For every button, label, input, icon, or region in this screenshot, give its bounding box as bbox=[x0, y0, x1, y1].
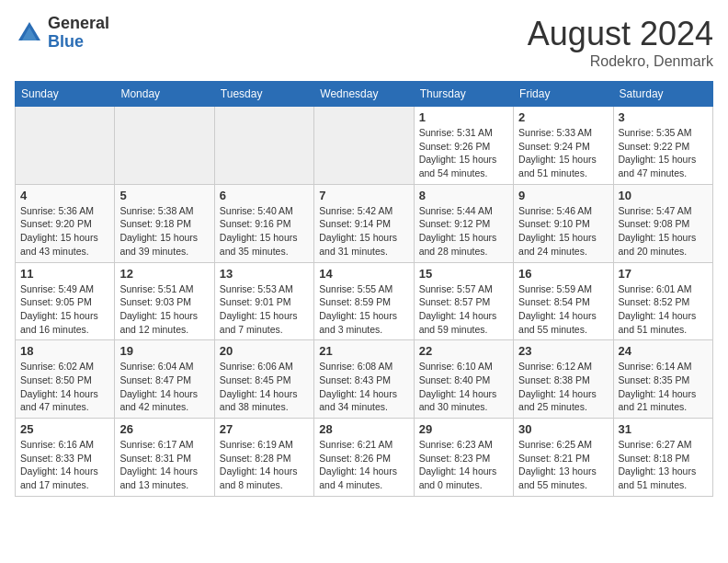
day-number: 2 bbox=[518, 110, 608, 124]
day-info: Sunrise: 5:42 AM Sunset: 9:14 PM Dayligh… bbox=[319, 204, 408, 259]
day-number: 13 bbox=[220, 267, 309, 281]
calendar-cell: 21Sunrise: 6:08 AM Sunset: 8:43 PM Dayli… bbox=[314, 340, 414, 419]
day-info: Sunrise: 6:16 AM Sunset: 8:33 PM Dayligh… bbox=[20, 438, 109, 492]
calendar-cell bbox=[115, 107, 214, 185]
logo-blue: Blue bbox=[48, 32, 84, 51]
day-number: 5 bbox=[119, 189, 209, 202]
calendar-cell: 19Sunrise: 6:04 AM Sunset: 8:47 PM Dayli… bbox=[115, 340, 214, 419]
calendar-cell: 25Sunrise: 6:16 AM Sunset: 8:33 PM Dayli… bbox=[16, 419, 115, 497]
day-info: Sunrise: 5:33 AM Sunset: 9:24 PM Dayligh… bbox=[518, 126, 608, 180]
weekday-header-row: SundayMondayTuesdayWednesdayThursdayFrid… bbox=[16, 82, 713, 107]
day-number: 31 bbox=[619, 422, 708, 436]
day-number: 27 bbox=[220, 422, 309, 436]
day-number: 12 bbox=[119, 267, 209, 281]
calendar-cell bbox=[214, 107, 313, 185]
week-row-1: 1Sunrise: 5:31 AM Sunset: 9:26 PM Daylig… bbox=[16, 107, 713, 185]
month-year: August 2024 bbox=[528, 15, 713, 53]
calendar-cell: 4Sunrise: 5:36 AM Sunset: 9:20 PM Daylig… bbox=[16, 184, 115, 262]
logo-icon bbox=[15, 18, 44, 48]
day-info: Sunrise: 6:25 AM Sunset: 8:21 PM Dayligh… bbox=[518, 438, 608, 492]
day-number: 19 bbox=[119, 344, 209, 358]
day-number: 22 bbox=[419, 344, 508, 358]
day-info: Sunrise: 5:35 AM Sunset: 9:22 PM Dayligh… bbox=[619, 126, 708, 180]
day-info: Sunrise: 6:06 AM Sunset: 8:45 PM Dayligh… bbox=[220, 360, 309, 414]
day-info: Sunrise: 6:21 AM Sunset: 8:26 PM Dayligh… bbox=[319, 438, 408, 492]
logo-general: General bbox=[48, 14, 109, 32]
calendar-cell: 29Sunrise: 6:23 AM Sunset: 8:23 PM Dayli… bbox=[414, 419, 513, 497]
page-header: General Blue August 2024 Rodekro, Denmar… bbox=[15, 15, 713, 70]
calendar-cell: 13Sunrise: 5:53 AM Sunset: 9:01 PM Dayli… bbox=[214, 262, 313, 340]
day-info: Sunrise: 6:02 AM Sunset: 8:50 PM Dayligh… bbox=[20, 360, 109, 414]
day-info: Sunrise: 5:57 AM Sunset: 8:57 PM Dayligh… bbox=[419, 282, 508, 337]
calendar-cell: 11Sunrise: 5:49 AM Sunset: 9:05 PM Dayli… bbox=[16, 262, 115, 340]
weekday-header-wednesday: Wednesday bbox=[314, 82, 414, 107]
week-row-5: 25Sunrise: 6:16 AM Sunset: 8:33 PM Dayli… bbox=[16, 419, 713, 497]
day-info: Sunrise: 6:14 AM Sunset: 8:35 PM Dayligh… bbox=[619, 360, 708, 414]
day-number: 8 bbox=[419, 189, 508, 202]
day-info: Sunrise: 6:12 AM Sunset: 8:38 PM Dayligh… bbox=[518, 360, 608, 414]
day-number: 4 bbox=[20, 189, 109, 202]
day-info: Sunrise: 5:49 AM Sunset: 9:05 PM Dayligh… bbox=[20, 282, 109, 337]
weekday-header-tuesday: Tuesday bbox=[214, 82, 313, 107]
day-number: 29 bbox=[419, 422, 508, 436]
week-row-4: 18Sunrise: 6:02 AM Sunset: 8:50 PM Dayli… bbox=[16, 340, 713, 419]
day-info: Sunrise: 6:27 AM Sunset: 8:18 PM Dayligh… bbox=[619, 438, 708, 492]
weekday-header-sunday: Sunday bbox=[16, 82, 115, 107]
calendar-cell: 1Sunrise: 5:31 AM Sunset: 9:26 PM Daylig… bbox=[414, 107, 513, 185]
day-info: Sunrise: 6:23 AM Sunset: 8:23 PM Dayligh… bbox=[419, 438, 508, 492]
calendar-cell: 22Sunrise: 6:10 AM Sunset: 8:40 PM Dayli… bbox=[414, 340, 513, 419]
day-number: 10 bbox=[619, 189, 708, 202]
location: Rodekro, Denmark bbox=[528, 53, 713, 70]
day-number: 14 bbox=[319, 267, 408, 281]
calendar-cell: 2Sunrise: 5:33 AM Sunset: 9:24 PM Daylig… bbox=[514, 107, 613, 185]
calendar-cell: 17Sunrise: 6:01 AM Sunset: 8:52 PM Dayli… bbox=[613, 262, 712, 340]
week-row-3: 11Sunrise: 5:49 AM Sunset: 9:05 PM Dayli… bbox=[16, 262, 713, 340]
calendar-cell: 28Sunrise: 6:21 AM Sunset: 8:26 PM Dayli… bbox=[314, 419, 414, 497]
calendar-cell: 18Sunrise: 6:02 AM Sunset: 8:50 PM Dayli… bbox=[16, 340, 115, 419]
title-block: August 2024 Rodekro, Denmark bbox=[528, 15, 713, 70]
calendar-cell: 9Sunrise: 5:46 AM Sunset: 9:10 PM Daylig… bbox=[514, 184, 613, 262]
day-info: Sunrise: 5:36 AM Sunset: 9:20 PM Dayligh… bbox=[20, 204, 109, 259]
day-info: Sunrise: 5:38 AM Sunset: 9:18 PM Dayligh… bbox=[119, 204, 209, 259]
day-number: 25 bbox=[20, 422, 109, 436]
week-row-2: 4Sunrise: 5:36 AM Sunset: 9:20 PM Daylig… bbox=[16, 184, 713, 262]
day-number: 15 bbox=[419, 267, 508, 281]
day-info: Sunrise: 6:04 AM Sunset: 8:47 PM Dayligh… bbox=[119, 360, 209, 414]
weekday-header-monday: Monday bbox=[115, 82, 214, 107]
calendar-cell: 27Sunrise: 6:19 AM Sunset: 8:28 PM Dayli… bbox=[214, 419, 313, 497]
day-number: 23 bbox=[518, 344, 608, 358]
day-number: 28 bbox=[319, 422, 408, 436]
day-number: 18 bbox=[20, 344, 109, 358]
calendar-cell bbox=[314, 107, 414, 185]
calendar-cell: 24Sunrise: 6:14 AM Sunset: 8:35 PM Dayli… bbox=[613, 340, 712, 419]
day-number: 24 bbox=[619, 344, 708, 358]
day-number: 3 bbox=[619, 110, 708, 124]
calendar-cell: 31Sunrise: 6:27 AM Sunset: 8:18 PM Dayli… bbox=[613, 419, 712, 497]
calendar-cell: 16Sunrise: 5:59 AM Sunset: 8:54 PM Dayli… bbox=[514, 262, 613, 340]
day-info: Sunrise: 5:51 AM Sunset: 9:03 PM Dayligh… bbox=[119, 282, 209, 337]
calendar-cell: 20Sunrise: 6:06 AM Sunset: 8:45 PM Dayli… bbox=[214, 340, 313, 419]
weekday-header-friday: Friday bbox=[514, 82, 613, 107]
day-info: Sunrise: 6:19 AM Sunset: 8:28 PM Dayligh… bbox=[220, 438, 309, 492]
day-info: Sunrise: 5:44 AM Sunset: 9:12 PM Dayligh… bbox=[419, 204, 508, 259]
calendar-cell bbox=[16, 107, 115, 185]
day-number: 6 bbox=[220, 189, 309, 202]
day-number: 17 bbox=[619, 267, 708, 281]
day-number: 20 bbox=[220, 344, 309, 358]
calendar-cell: 8Sunrise: 5:44 AM Sunset: 9:12 PM Daylig… bbox=[414, 184, 513, 262]
day-info: Sunrise: 5:59 AM Sunset: 8:54 PM Dayligh… bbox=[518, 282, 608, 337]
calendar-cell: 12Sunrise: 5:51 AM Sunset: 9:03 PM Dayli… bbox=[115, 262, 214, 340]
day-info: Sunrise: 5:46 AM Sunset: 9:10 PM Dayligh… bbox=[518, 204, 608, 259]
logo: General Blue bbox=[15, 15, 109, 52]
day-info: Sunrise: 5:31 AM Sunset: 9:26 PM Dayligh… bbox=[419, 126, 508, 180]
calendar-cell: 14Sunrise: 5:55 AM Sunset: 8:59 PM Dayli… bbox=[314, 262, 414, 340]
day-info: Sunrise: 6:17 AM Sunset: 8:31 PM Dayligh… bbox=[119, 438, 209, 492]
day-number: 11 bbox=[20, 267, 109, 281]
calendar-cell: 10Sunrise: 5:47 AM Sunset: 9:08 PM Dayli… bbox=[613, 184, 712, 262]
day-info: Sunrise: 6:08 AM Sunset: 8:43 PM Dayligh… bbox=[319, 360, 408, 414]
day-info: Sunrise: 5:55 AM Sunset: 8:59 PM Dayligh… bbox=[319, 282, 408, 337]
calendar-cell: 7Sunrise: 5:42 AM Sunset: 9:14 PM Daylig… bbox=[314, 184, 414, 262]
day-number: 16 bbox=[518, 267, 608, 281]
calendar-cell: 26Sunrise: 6:17 AM Sunset: 8:31 PM Dayli… bbox=[115, 419, 214, 497]
day-info: Sunrise: 5:47 AM Sunset: 9:08 PM Dayligh… bbox=[619, 204, 708, 259]
